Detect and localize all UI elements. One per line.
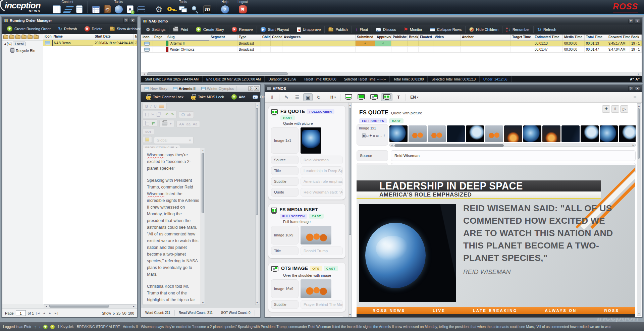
font-size-mixed-button[interactable]: Aa <box>193 122 197 126</box>
settings-button[interactable]: ⚙Settings <box>142 24 169 35</box>
media-thumbnail[interactable] <box>409 125 427 142</box>
add-button[interactable]: ✚Add <box>228 92 249 102</box>
field-value[interactable]: Leadership In Deep Space <box>301 166 343 175</box>
rom-close-button[interactable]: X <box>130 18 135 23</box>
crop-icon[interactable]: ▣ <box>362 133 366 138</box>
publish-button[interactable]: ✓Publish <box>325 24 351 35</box>
take-content-lock-button[interactable]: Take Content Lock <box>142 92 187 102</box>
media-thumbnail[interactable] <box>581 125 599 142</box>
clock-icon[interactable] <box>115 5 123 13</box>
delete-folder-icon[interactable] <box>15 35 20 39</box>
source-input[interactable]: Reid Wiseman <box>391 150 636 161</box>
media-thumbnail[interactable] <box>600 125 618 142</box>
hfmos-refresh-button[interactable]: ↻ <box>314 93 323 101</box>
script-view-button[interactable] <box>145 121 149 125</box>
undo-button[interactable]: ↶ <box>165 112 168 117</box>
scroll-left-icon[interactable]: ◄ <box>44 305 48 308</box>
edit-folder-icon[interactable] <box>9 35 14 39</box>
take-mos-lock-button[interactable]: Take MOS Lock <box>187 92 228 102</box>
story-help-button[interactable]: ? <box>248 86 253 91</box>
row-name-cell[interactable]: NAB Demo <box>52 40 94 46</box>
table-row[interactable]: NAB Demo 2026-03-19 at 9:44:04 AM 202 <box>43 40 137 46</box>
remove-button[interactable]: ✖Remove <box>228 24 257 35</box>
create-story-button[interactable]: ✚Create Story <box>192 24 228 35</box>
story-panel-scrollbar[interactable]: ▲ ▼ <box>255 103 259 305</box>
underline-button[interactable]: U <box>154 104 157 108</box>
column-header[interactable]: Break <box>408 35 419 40</box>
global-dropdown[interactable]: Global ▾ <box>154 137 194 144</box>
sync-status-icon[interactable]: ✓ <box>50 325 55 329</box>
unapprove-button[interactable]: ✖Unapprove <box>293 24 325 35</box>
scroll-up-icon[interactable]: ▲ <box>256 103 258 107</box>
scroll-right-icon[interactable]: ► <box>132 305 136 308</box>
column-header[interactable]: Floated <box>419 35 433 40</box>
media-thumbnail[interactable] <box>619 125 636 142</box>
field-value[interactable]: Reid Wiseman said: "All of us commented <box>301 188 343 197</box>
column-header[interactable]: Type <box>237 35 261 40</box>
page-input[interactable] <box>16 310 26 316</box>
rom-delete-button[interactable]: ✖Delete <box>81 24 106 34</box>
column-header[interactable]: Segment <box>209 35 237 40</box>
tab-winter-olympics[interactable]: Winter Olympics <box>199 86 236 91</box>
rom-refresh-button[interactable]: ↻Refresh <box>54 24 80 34</box>
column-header[interactable]: Child <box>261 35 271 40</box>
scroll-down-icon[interactable]: ▼ <box>256 300 258 305</box>
hide-children-button[interactable]: Hide Children <box>466 24 502 35</box>
edit-button[interactable]: ✎ <box>282 93 291 101</box>
italic-button[interactable]: I <box>150 104 152 108</box>
scroll-down-icon[interactable]: ▼ <box>638 311 640 315</box>
column-header[interactable]: Submitted <box>356 35 375 40</box>
discuss-button[interactable]: Discuss <box>372 24 400 35</box>
scroll-down-icon[interactable]: ▼ <box>202 300 204 305</box>
image-filter-icon[interactable]: ▧ <box>376 133 379 138</box>
column-header[interactable]: Icon <box>43 34 52 40</box>
image-thumbnail[interactable] <box>301 127 321 154</box>
media-thumbnail[interactable] <box>542 125 560 142</box>
rom-help-button[interactable]: ? <box>123 18 128 23</box>
tree-node-local[interactable]: ◢ Local <box>2 41 43 47</box>
font-increase-button[interactable]: A⁺ <box>630 77 634 81</box>
column-header[interactable]: Start Date <box>93 34 134 40</box>
font-decrease-button[interactable]: A⁻ <box>636 77 640 81</box>
column-header[interactable]: Icon <box>141 35 153 40</box>
tab-artemis-ii[interactable]: Artemis II <box>171 86 198 91</box>
filter-ots-button[interactable] <box>368 93 380 101</box>
page-size-50[interactable]: 50 <box>122 311 126 315</box>
media-thumbnail[interactable] <box>561 125 580 142</box>
editor-print-button[interactable] <box>162 121 167 125</box>
filter-grid-button[interactable] <box>381 93 392 101</box>
slug-cell[interactable]: Winter Olympics <box>169 47 209 52</box>
column-header[interactable]: Assignees <box>282 35 356 40</box>
scroll-up-icon[interactable]: ▲ <box>349 103 351 107</box>
column-header[interactable]: Total Time <box>585 35 607 40</box>
renumber-button[interactable]: AZ↓Renumber <box>502 24 533 35</box>
heading-dropdown[interactable]: H▾ <box>328 93 338 101</box>
calendar-icon[interactable] <box>92 6 100 13</box>
frame-icon[interactable]: ▢ <box>366 133 369 138</box>
drag-handle-icon[interactable]: ∷ <box>359 133 362 138</box>
table-row[interactable]: Winter Olympics Broadcast 00:01:47 00:00… <box>141 47 642 53</box>
scroll-down-icon[interactable]: ▼ <box>349 313 351 317</box>
scroll-up-icon[interactable]: ▲ <box>202 148 204 152</box>
column-header[interactable]: Published <box>391 35 408 40</box>
add-image-icon[interactable]: ✚ <box>369 133 372 138</box>
redo-button[interactable]: ↷ <box>171 112 174 117</box>
editor-scrollbar[interactable]: ▲ ▼ <box>201 148 205 305</box>
print-button[interactable]: Print <box>169 24 192 35</box>
logout-icon[interactable]: ✖ <box>239 5 247 13</box>
text-mode-button[interactable]: T <box>394 93 403 101</box>
key-icon[interactable] <box>167 5 175 13</box>
start-playout-button[interactable]: ▶Start Playout <box>257 24 293 35</box>
thumbnail-strip-scrollbar[interactable]: ◄ ► <box>389 144 636 147</box>
form-run-button[interactable]: ▷ <box>620 105 628 113</box>
running-orders-icon[interactable] <box>53 5 61 13</box>
column-header[interactable]: Coded <box>271 35 282 40</box>
template-list-scrollbar[interactable]: ▲ ▼ <box>348 103 352 317</box>
scroll-left-icon[interactable]: ◄ <box>390 144 394 146</box>
checklist-button[interactable]: ☰ <box>292 93 302 101</box>
field-value[interactable]: Reid Wiseman <box>301 156 343 164</box>
rundown-horizontal-scrollbar[interactable]: ◄ ► <box>142 72 641 76</box>
online-status-icon[interactable]: ✚ <box>43 325 48 329</box>
template-card-l3[interactable]: L3 L3 CAST Lowerthird w/o picture Headli… <box>268 316 345 317</box>
field-value[interactable]: America's role emphasized <box>301 177 343 186</box>
